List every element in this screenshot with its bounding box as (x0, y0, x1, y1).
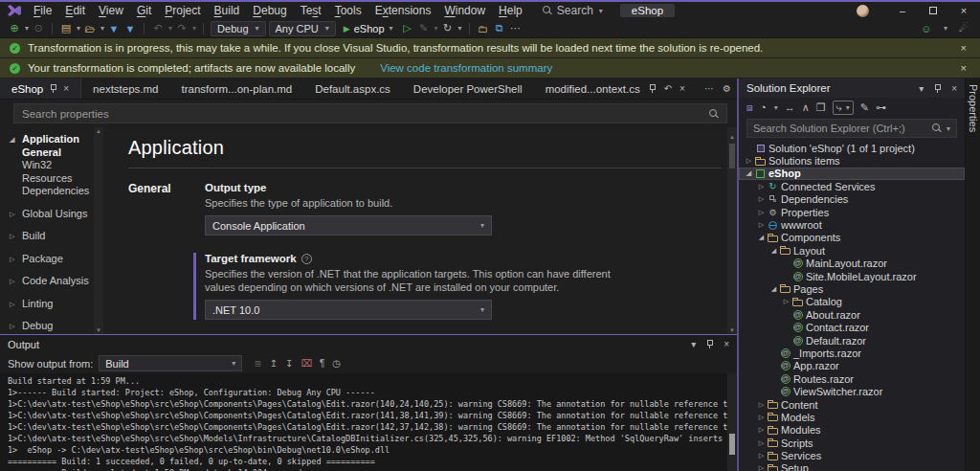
find-in-files-icon[interactable]: 🗀 (477, 21, 490, 36)
collapse-all-icon[interactable]: ∧ (802, 101, 810, 114)
tree-item-connected-services[interactable]: ▷↻Connected Services (739, 180, 965, 192)
pending-changes-filter-icon[interactable]: ◔ (760, 101, 767, 113)
close-icon[interactable]: × (951, 83, 957, 94)
maximize-button[interactable] (921, 5, 946, 16)
sign-in-status-icon[interactable]: ☺ (920, 21, 933, 36)
properties-nav-item-resources[interactable]: Resources (10, 172, 92, 186)
undo-icon[interactable]: ↶ (151, 21, 165, 36)
properties-window-icon[interactable]: ❐ (816, 101, 826, 114)
pin-icon[interactable] (705, 340, 714, 348)
properties-nav-item-build[interactable]: ▷Build (10, 230, 92, 243)
chevron-collapsed-icon[interactable]: ▷ (756, 183, 767, 191)
properties-nav-item-package[interactable]: ▷Package (10, 253, 92, 266)
tree-item-layout[interactable]: ◢Layout (739, 244, 965, 257)
chevron-collapsed-icon[interactable]: ▷ (756, 439, 767, 447)
tree-item-default-razor[interactable]: @Default.razor (739, 334, 965, 347)
sync-selection-icon[interactable]: ↔ (785, 101, 795, 113)
send-feedback-icon[interactable]: ☄ (957, 21, 970, 36)
timestamp-icon[interactable]: ◷ (332, 358, 341, 369)
start-without-debugging-icon[interactable]: ▷ (401, 21, 414, 36)
output-source-dropdown[interactable]: Build ▾ (99, 355, 242, 371)
tree-item-catalog[interactable]: ▷Catalog (739, 296, 965, 308)
tree-item-routes-razor[interactable]: @Routes.razor (739, 372, 965, 385)
titlebar-search[interactable]: Search ▾ (543, 4, 603, 17)
close-icon[interactable]: × (63, 83, 69, 94)
view-transformation-summary-link[interactable]: View code transformation summary (380, 62, 552, 74)
navigate-backward-icon[interactable]: ⊕ (8, 21, 21, 36)
chevron-collapsed-icon[interactable]: ▷ (756, 195, 767, 203)
chevron-down-icon[interactable]: ▾ (774, 103, 778, 112)
chevron-collapsed-icon[interactable]: ▷ (756, 401, 767, 409)
menu-help[interactable]: Help (492, 3, 529, 18)
properties-nav-item-linting[interactable]: ▷Linting (10, 298, 92, 311)
chevron-collapsed-icon[interactable]: ▷ (756, 452, 767, 460)
tree-item-eshop[interactable]: ◢eShop (739, 168, 965, 180)
properties-nav-item-code-analysis[interactable]: ▷Code Analysis (10, 275, 92, 288)
help-icon[interactable]: ? (301, 254, 312, 264)
chevron-expanded-icon[interactable]: ◢ (768, 247, 779, 255)
properties-nav-item-debug[interactable]: ▷Debug (10, 320, 92, 333)
clear-all-icon[interactable]: ⌧ (301, 358, 312, 369)
menu-file[interactable]: File (27, 3, 58, 18)
scroll-down-icon[interactable]: ▼ (729, 327, 735, 333)
tree-item-wwwroot[interactable]: ▷wwwroot (739, 218, 965, 231)
scrollbar-thumb[interactable] (729, 434, 735, 455)
pin-icon[interactable] (648, 84, 657, 93)
chevron-down-icon[interactable]: ▾ (947, 124, 950, 133)
chevron-collapsed-icon[interactable]: ▷ (756, 221, 767, 229)
tree-item-contact-razor[interactable]: @Contact.razor (739, 321, 965, 333)
find-message-icon[interactable]: ≣ (254, 358, 261, 369)
tab-overflow-icon[interactable]: ⋯ (704, 83, 714, 94)
install-other-frameworks-link[interactable]: Install other frameworks (205, 333, 317, 334)
attach-to-process-icon[interactable]: ✎ (417, 21, 431, 36)
solution-explorer-search-input[interactable] (753, 123, 932, 134)
toolbar-overflow-icon[interactable]: ⋯ (509, 21, 523, 36)
tree-item-site-mobilelayout-razor[interactable]: @Site.MobileLayout.razor (739, 270, 965, 282)
scroll-down-icon[interactable]: ▼ (96, 327, 101, 333)
solution-explorer-search-box[interactable]: ▾ (746, 119, 957, 138)
tree-item-pages[interactable]: ◢Pages (739, 282, 965, 295)
close-icon[interactable]: × (724, 339, 729, 349)
menu-debug[interactable]: Debug (246, 3, 293, 18)
properties-nav-item-general[interactable]: General (10, 146, 92, 160)
menu-edit[interactable]: Edit (58, 3, 92, 18)
menu-view[interactable]: View (92, 3, 130, 18)
chevron-down-icon[interactable]: ▾ (691, 339, 696, 349)
chevron-expanded-icon[interactable]: ◢ (768, 285, 779, 293)
tab-eshop[interactable]: eShop× (0, 78, 81, 99)
menu-git[interactable]: Git (130, 3, 158, 18)
account-avatar[interactable] (857, 5, 869, 17)
titlebar-solution-badge[interactable]: eShop (620, 4, 675, 17)
close-icon[interactable]: × (957, 42, 970, 54)
tree-item-solution-eshop-1-of-1-project[interactable]: Solution 'eShop' (1 of 1 project) (739, 142, 965, 154)
edit-filter-icon[interactable]: ✎ (860, 101, 869, 114)
chevron-down-icon[interactable]: ▾ (944, 24, 947, 33)
tree-item-viewswitcher-razor[interactable]: @ViewSwitcher.razor (739, 385, 965, 397)
properties-content-scrollbar[interactable]: ▲ ▼ (727, 127, 737, 334)
chevron-collapsed-icon[interactable]: ▷ (756, 464, 767, 471)
output-log[interactable]: Build started at 1:59 PM...1>------ Buil… (0, 373, 727, 471)
tree-item-components[interactable]: ◢Components (739, 232, 965, 244)
tree-item-content[interactable]: ▷Content (739, 398, 965, 411)
menu-test[interactable]: Test (294, 3, 328, 18)
close-button[interactable]: × (951, 5, 976, 16)
save-all-icon[interactable]: ▼ (123, 21, 137, 36)
tree-item-services[interactable]: ▷Services (739, 449, 965, 461)
menu-project[interactable]: Project (158, 3, 207, 18)
start-debugging-button[interactable]: ▶ eShop▾ (339, 21, 398, 36)
tab-developer-powershell[interactable]: Developer PowerShell (402, 78, 534, 99)
tab-transform-on-plan-md[interactable]: transform...on-plan.md (170, 78, 304, 99)
redo-icon[interactable]: ↷ (175, 21, 189, 36)
properties-search-input[interactable] (22, 108, 709, 120)
menu-build[interactable]: Build (208, 3, 247, 18)
target-framework-dropdown[interactable]: .NET 10.0 ▾ (205, 300, 492, 320)
tree-item-properties[interactable]: ▷⚙Properties (739, 206, 965, 218)
tab-properties-vertical[interactable]: Properties (968, 84, 979, 471)
word-wrap-icon[interactable]: ¶ (320, 358, 324, 369)
tree-item-modules[interactable]: ▷Modules (739, 424, 965, 437)
properties-nav-item-application[interactable]: ◢Application (10, 133, 92, 146)
properties-nav-item-win32[interactable]: Win32 (10, 159, 92, 172)
chevron-down-icon[interactable]: ▾ (919, 83, 924, 94)
menu-tools[interactable]: Tools (328, 3, 368, 18)
menu-window[interactable]: Window (437, 3, 492, 18)
